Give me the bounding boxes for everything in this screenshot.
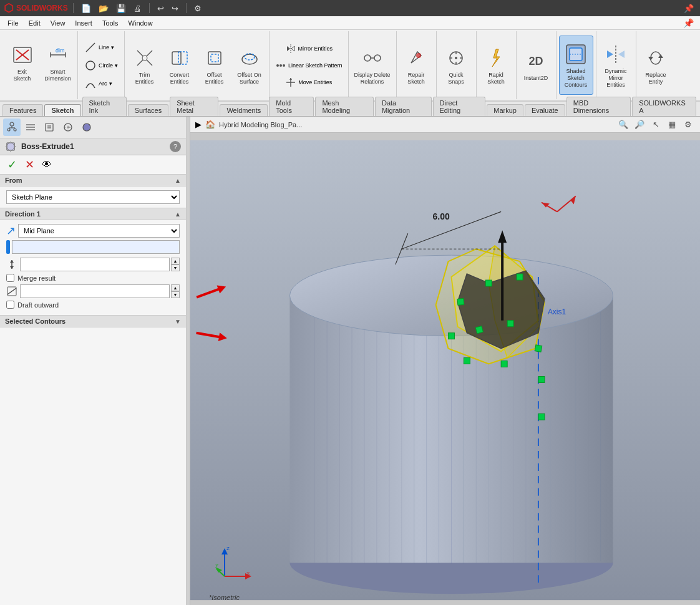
depth-spin-up[interactable]: ▲ bbox=[171, 258, 180, 264]
panel-tab-list[interactable] bbox=[22, 119, 39, 136]
canvas-area[interactable]: Axis1 bbox=[190, 133, 700, 605]
panel-tab-properties[interactable] bbox=[41, 119, 58, 136]
direction1-section-header[interactable]: Direction 1 ▲ bbox=[0, 208, 186, 220]
pin-icon[interactable]: 📌 bbox=[681, 2, 696, 14]
exit-sketch-label: ExitSketch bbox=[14, 69, 31, 82]
mirror-entities-button[interactable]: Mirror Entities bbox=[272, 41, 346, 57]
from-dropdown[interactable]: Sketch Plane Surface/Face/Plane Vertex O… bbox=[6, 190, 180, 204]
smart-dimension-button[interactable]: dim SmartDimension bbox=[41, 32, 75, 92]
rapid-sketch-button[interactable]: RapidSketch bbox=[479, 36, 513, 95]
toolbar-group-rapid: RapidSketch bbox=[477, 31, 517, 99]
selected-contours-header[interactable]: Selected Contours ▼ bbox=[0, 315, 186, 327]
svg-rect-103 bbox=[485, 280, 492, 286]
preview-button[interactable]: 👁 bbox=[40, 158, 54, 172]
tab-sheet-metal[interactable]: Sheet Metal bbox=[170, 97, 218, 116]
toolbar-group-trim: TrimEntities ConvertEntities bbox=[125, 31, 270, 99]
depth-value-input[interactable]: 12.00000mm bbox=[20, 258, 170, 271]
menu-window[interactable]: Window bbox=[124, 18, 158, 28]
line-button[interactable]: Line▾ bbox=[80, 39, 118, 56]
vp-search2-btn[interactable]: 🔎 bbox=[633, 118, 646, 132]
direction1-dropdown[interactable]: Blind Through All Through All - Both Up … bbox=[18, 224, 180, 238]
panel-tab-tree[interactable] bbox=[3, 119, 21, 136]
tab-surfaces[interactable]: Surfaces bbox=[128, 104, 168, 116]
quick-snaps-button[interactable]: QuickSnaps bbox=[439, 36, 474, 95]
toolbar-group-mirror: Mirror Entities Linear Sketch Pattern Mo… bbox=[270, 31, 349, 99]
tab-mbd[interactable]: MBD Dimensions bbox=[566, 97, 631, 116]
draft-spin-down[interactable]: ▼ bbox=[171, 291, 180, 298]
depth-text-input[interactable] bbox=[12, 240, 180, 254]
display-delete-relations-button[interactable]: Display DeleteRelations bbox=[351, 36, 394, 95]
vp-filter-btn[interactable]: ▦ bbox=[665, 118, 679, 132]
viewport-tools: 🔍 🔎 ↖ ▦ ⚙ bbox=[616, 118, 695, 132]
qa-btn-save[interactable]: 💾 bbox=[114, 2, 129, 14]
tab-features[interactable]: Features bbox=[2, 104, 43, 116]
sw-logo-area: ⬡ SOLIDWORKS bbox=[4, 1, 68, 15]
vp-options-btn[interactable]: ⚙ bbox=[681, 118, 695, 132]
qa-btn-new[interactable]: 📄 bbox=[79, 2, 94, 14]
panel-help-button[interactable]: ? bbox=[170, 141, 181, 152]
from-section-header[interactable]: From ▲ bbox=[0, 174, 186, 186]
tab-mesh-modeling[interactable]: Mesh Modeling bbox=[315, 97, 373, 116]
convert-entities-button[interactable]: ConvertEntities bbox=[162, 36, 197, 95]
move-entities-button[interactable]: Move Entities bbox=[272, 74, 346, 90]
tab-mold-tools[interactable]: Mold Tools bbox=[269, 97, 314, 116]
vp-select-btn[interactable]: ↖ bbox=[649, 118, 663, 132]
tab-evaluate[interactable]: Evaluate bbox=[525, 104, 565, 116]
shaded-sketch-button[interactable]: ShadedSketchContours bbox=[559, 36, 593, 95]
offset-entities-button[interactable]: OffsetEntities bbox=[197, 36, 231, 95]
qa-btn-open[interactable]: 📂 bbox=[96, 2, 111, 14]
panel-tab-origin[interactable] bbox=[59, 119, 77, 136]
circle-button[interactable]: Circle▾ bbox=[80, 57, 122, 74]
instant2d-button[interactable]: 2D Instant2D bbox=[519, 36, 553, 95]
qa-btn-redo[interactable]: ↪ bbox=[169, 2, 181, 14]
tab-data-migration[interactable]: Data Migration bbox=[375, 97, 432, 116]
menu-edit[interactable]: Edit bbox=[24, 18, 46, 28]
dynamic-mirror-button[interactable]: DynamicMirrorEntities bbox=[599, 36, 633, 95]
svg-marker-58 bbox=[10, 260, 14, 263]
tab-sw-addins[interactable]: SOLIDWORKS A bbox=[632, 97, 696, 116]
draft-outward-checkbox[interactable] bbox=[6, 301, 14, 309]
replace-entity-button[interactable]: ReplaceEntity bbox=[639, 36, 673, 95]
svg-rect-13 bbox=[178, 52, 187, 64]
from-label: From bbox=[5, 177, 22, 184]
tab-sketch-ink[interactable]: Sketch Ink bbox=[82, 97, 127, 116]
shaded-icon bbox=[563, 42, 588, 67]
tab-markup[interactable]: Markup bbox=[487, 104, 523, 116]
instant2d-icon: 2D bbox=[523, 49, 548, 74]
viewport[interactable]: ▶ 🏠 Hybrid Modeling Blog_Pa... 🔍 🔎 ↖ ▦ ⚙ bbox=[190, 117, 700, 605]
draft-spin-up[interactable]: ▲ bbox=[171, 284, 180, 291]
ok-button[interactable]: ✓ bbox=[5, 158, 19, 172]
qa-btn-print[interactable]: 🖨 bbox=[131, 2, 144, 14]
panel-title-text: Boss-Extrude1 bbox=[21, 142, 74, 151]
menu-file[interactable]: File bbox=[2, 18, 24, 28]
svg-point-24 bbox=[374, 55, 381, 61]
linear-pattern-button[interactable]: Linear Sketch Pattern bbox=[272, 57, 346, 74]
merge-result-row: Merge result bbox=[6, 274, 180, 282]
menu-tools[interactable]: Tools bbox=[97, 18, 124, 28]
qa-btn-settings[interactable]: ⚙ bbox=[192, 2, 204, 14]
panel-tab-appearance[interactable] bbox=[78, 119, 95, 136]
depth-spin-down[interactable]: ▼ bbox=[171, 264, 180, 271]
offset-on-surface-button[interactable]: Offset OnSurface bbox=[232, 36, 266, 95]
tab-sketch[interactable]: Sketch bbox=[44, 104, 80, 116]
boss-extrude-icon bbox=[5, 141, 16, 152]
exit-sketch-button[interactable]: ExitSketch bbox=[5, 32, 39, 92]
cancel-button[interactable]: ✕ bbox=[22, 158, 36, 172]
trim-entities-button[interactable]: TrimEntities bbox=[127, 36, 162, 95]
menu-view[interactable]: View bbox=[46, 18, 70, 28]
menu-pin[interactable]: 📌 bbox=[679, 17, 698, 29]
draft-angle-input[interactable]: 10.00deg bbox=[20, 284, 170, 298]
merge-result-checkbox[interactable] bbox=[6, 274, 14, 282]
shaded-sketch-label: ShadedSketchContours bbox=[565, 68, 588, 88]
repair-sketch-button[interactable]: RepairSketch bbox=[399, 36, 434, 95]
tab-direct-editing[interactable]: Direct Editing bbox=[433, 97, 486, 116]
qa-btn-undo[interactable]: ↩ bbox=[155, 2, 167, 14]
menu-insert[interactable]: Insert bbox=[70, 18, 97, 28]
tab-weldments[interactable]: Weldments bbox=[220, 104, 268, 116]
flip-direction-button[interactable]: ↗ bbox=[6, 224, 16, 238]
svg-point-11 bbox=[142, 56, 147, 60]
vp-search-btn[interactable]: 🔍 bbox=[616, 118, 630, 132]
depth-spin-buttons: ▲ ▼ bbox=[171, 258, 180, 271]
replace-entity-label: ReplaceEntity bbox=[646, 72, 666, 85]
arc-button[interactable]: Arc▾ bbox=[80, 75, 116, 92]
